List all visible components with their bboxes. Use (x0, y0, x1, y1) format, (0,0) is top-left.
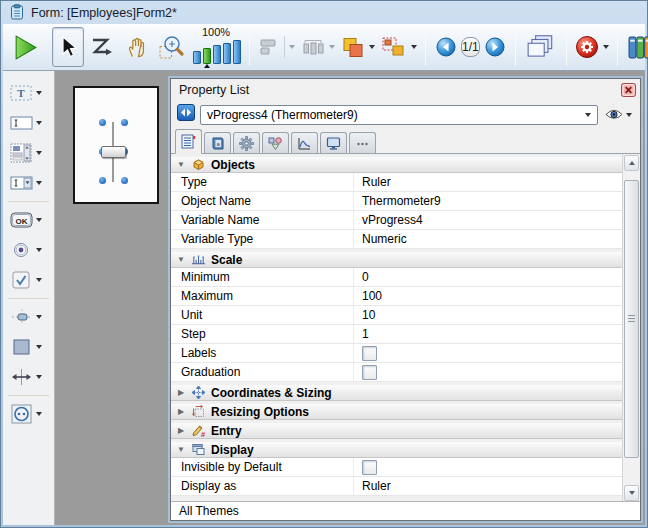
selection-handle[interactable] (99, 177, 106, 184)
zoom-bars[interactable] (193, 39, 241, 64)
static-text-tool[interactable]: T (3, 78, 54, 108)
collapse-arrow-icon[interactable]: ▼ (176, 160, 186, 169)
tab-more[interactable] (349, 132, 376, 153)
radio-button-tool[interactable] (3, 235, 54, 265)
splitter-tool[interactable] (3, 362, 54, 392)
section-header-display[interactable]: ▼Display (171, 442, 623, 458)
zoom-bar-200[interactable] (213, 45, 221, 64)
dropdown-arrow-icon[interactable] (36, 121, 42, 125)
themes-button[interactable] (623, 27, 648, 67)
dropdown-arrow-icon[interactable] (36, 218, 42, 222)
tab-settings[interactable] (233, 132, 260, 153)
property-value-minimum[interactable]: 0 (353, 268, 623, 286)
dropdown-arrow-icon[interactable] (36, 151, 42, 155)
dropdown-arrow-icon[interactable] (626, 113, 632, 117)
property-list-titlebar[interactable]: Property List (171, 79, 640, 101)
zoom-bar-400[interactable] (223, 43, 231, 64)
previous-page-button[interactable] (431, 27, 461, 67)
distribute-tools-button[interactable] (298, 38, 338, 57)
dropdown-arrow-icon[interactable] (36, 248, 42, 252)
level-tools-button[interactable] (338, 36, 378, 59)
button-tool[interactable]: OK (3, 205, 54, 235)
property-value-display-as[interactable]: Ruler (353, 477, 623, 495)
dropdown-arrow-icon[interactable] (36, 412, 42, 416)
collapse-arrow-icon[interactable]: ▼ (176, 445, 186, 454)
section-header-entry[interactable]: ▶#Entry (171, 423, 623, 439)
checkbox[interactable] (362, 365, 377, 380)
selection-tool-button[interactable] (52, 27, 84, 67)
dropdown-arrow-icon[interactable] (36, 345, 42, 349)
list-box-tool[interactable] (3, 138, 54, 168)
settings-button[interactable] (572, 35, 612, 59)
dropdown-arrow-icon[interactable] (289, 45, 295, 49)
checkbox[interactable] (362, 346, 377, 361)
dropdown-arrow-icon[interactable] (603, 45, 609, 49)
checkbox-tool[interactable] (3, 265, 54, 295)
tab-objects[interactable] (262, 132, 289, 153)
collapse-arrow-icon[interactable]: ▼ (176, 255, 186, 264)
expression-button[interactable] (177, 104, 195, 125)
entry-order-tool-button[interactable] (84, 27, 120, 67)
tab-display[interactable] (320, 132, 347, 153)
ruler-object[interactable] (101, 146, 126, 158)
window-titlebar[interactable]: Form: [Employees]Form2* (3, 2, 645, 24)
tab-property-list[interactable] (175, 129, 202, 154)
dropdown-arrow-icon[interactable] (329, 45, 335, 49)
expand-arrow-icon[interactable]: ▶ (176, 426, 186, 435)
dropdown-arrow-icon[interactable] (36, 278, 42, 282)
slider-icon (8, 307, 36, 327)
page-indicator-field[interactable]: 1/1 (461, 37, 480, 57)
section-header-scale[interactable]: ▼Scale (171, 252, 623, 268)
property-value-object-name[interactable]: Thermometer9 (353, 192, 623, 210)
combo-box-tool[interactable] (3, 168, 54, 198)
property-value-variable-name[interactable]: vProgress4 (353, 211, 623, 229)
selection-handle[interactable] (99, 119, 106, 126)
next-page-button[interactable] (480, 27, 510, 67)
input-field-tool[interactable] (3, 108, 54, 138)
expand-arrow-icon[interactable]: ▶ (176, 407, 186, 416)
zoom-control[interactable]: 100% (193, 26, 241, 68)
property-value-step[interactable]: 1 (353, 325, 623, 343)
form-canvas[interactable] (73, 86, 159, 204)
property-value-variable-type[interactable]: Numeric (353, 230, 623, 248)
dropdown-arrow-icon[interactable] (36, 315, 42, 319)
tab-events[interactable] (291, 132, 318, 153)
zoom-bar-100[interactable] (203, 48, 211, 64)
section-header-coordinates-sizing[interactable]: ▶Coordinates & Sizing (171, 385, 623, 401)
property-value-unit[interactable]: 10 (353, 306, 623, 324)
section-header-resizing-options[interactable]: ▶Resizing Options (171, 404, 623, 420)
pan-tool-button[interactable] (120, 27, 154, 67)
tab-data[interactable]: a (204, 132, 231, 153)
scrollbar-thumb[interactable] (624, 180, 639, 458)
zoom-tool-button[interactable] (154, 27, 190, 67)
selection-handle[interactable] (121, 177, 128, 184)
property-value-maximum[interactable]: 100 (353, 287, 623, 305)
plugin-area-tool[interactable] (3, 399, 54, 429)
slider-tool[interactable] (3, 302, 54, 332)
dropdown-arrow-icon[interactable] (369, 45, 375, 49)
rectangle-tool[interactable] (3, 332, 54, 362)
execute-form-button[interactable] (7, 27, 44, 67)
zoom-bar-50[interactable] (193, 51, 201, 64)
align-tools-button[interactable] (255, 36, 298, 58)
property-value-type[interactable]: Ruler (353, 173, 623, 191)
dropdown-arrow-icon[interactable] (36, 375, 42, 379)
object-selector-combobox[interactable]: vProgress4 (Thermometer9) (200, 105, 598, 125)
theme-footer[interactable]: All Themes (171, 501, 640, 520)
close-panel-button[interactable] (621, 83, 636, 97)
scroll-up-button[interactable] (624, 155, 639, 171)
dropdown-arrow-icon[interactable] (411, 45, 417, 49)
combobox-arrow-icon[interactable] (585, 113, 591, 117)
scrollbar[interactable] (622, 154, 640, 502)
view-options-button[interactable] (603, 108, 634, 121)
form-pages-button[interactable] (521, 27, 561, 67)
checkbox[interactable] (362, 460, 377, 475)
dropdown-arrow-icon[interactable] (36, 91, 42, 95)
dropdown-arrow-icon[interactable] (36, 181, 42, 185)
selection-handle[interactable] (121, 119, 128, 126)
zoom-bar-800[interactable] (233, 40, 241, 64)
scroll-down-button[interactable] (624, 485, 639, 501)
expand-arrow-icon[interactable]: ▶ (176, 388, 186, 397)
section-header-objects[interactable]: ▼Objects (171, 157, 623, 173)
duplicate-tools-button[interactable] (378, 36, 420, 58)
